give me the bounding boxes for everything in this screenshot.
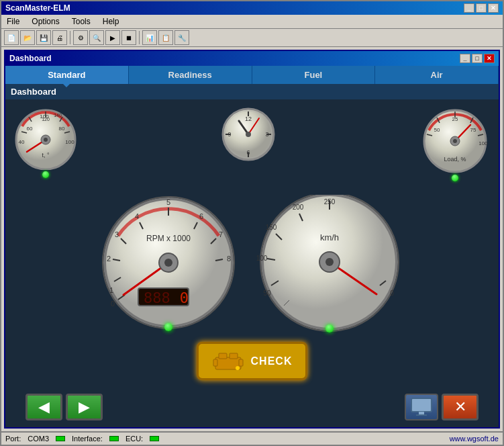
svg-text:0: 0 (110, 300, 114, 308)
svg-text:6: 6 (246, 149, 250, 156)
svg-text:5: 5 (166, 198, 170, 206)
svg-text:RPM x 1000: RPM x 1000 (146, 234, 190, 243)
ecu-label: ECU: (125, 435, 143, 443)
menu-file[interactable]: File (4, 16, 22, 27)
ecu-led (150, 436, 159, 441)
clock-gauge-container: 12 3 6 9 (220, 106, 277, 163)
svg-point-15 (44, 138, 48, 142)
bottom-buttons-row: ◀ ▶ ✕ (12, 394, 492, 420)
svg-text:60: 60 (27, 126, 33, 132)
tb-btn-3[interactable]: 💾 (36, 30, 51, 45)
svg-text:4: 4 (134, 212, 138, 220)
load-gauge-container: 25 50 75 100 Load, % (418, 106, 492, 181)
svg-text:75: 75 (470, 127, 476, 133)
close-x-icon: ✕ (454, 398, 466, 416)
tb-btn-9[interactable]: 📊 (142, 30, 157, 45)
app-close-btn[interactable]: ✕ (488, 3, 499, 13)
svg-text:25: 25 (452, 116, 458, 122)
svg-text:t, °: t, ° (42, 152, 50, 159)
svg-text:100: 100 (478, 140, 488, 146)
svg-text:1: 1 (109, 286, 113, 294)
menu-help[interactable]: Help (100, 16, 122, 27)
menu-options[interactable]: Options (29, 16, 62, 27)
tab-readiness[interactable]: Readiness (129, 66, 252, 84)
svg-text:100: 100 (256, 255, 267, 262)
tab-fuel[interactable]: Fuel (252, 66, 376, 84)
svg-text:8: 8 (226, 255, 230, 263)
tb-btn-1[interactable]: 📄 (4, 30, 19, 45)
monitor-button[interactable] (405, 394, 438, 420)
section-label: Dashboard (5, 84, 499, 99)
app-win-buttons: _ □ ✕ (464, 3, 499, 13)
dashboard-content: 60 40 80 100 100 120 140 t, ° (5, 99, 499, 427)
tb-btn-11[interactable]: 🔧 (174, 30, 189, 45)
app-minimize-btn[interactable]: _ (464, 3, 474, 13)
temp-gauge-container: 60 40 80 100 100 120 140 t, ° (12, 106, 79, 178)
dashboard-window: Dashboard _ □ ✕ Standard Readiness Fuel … (4, 50, 500, 429)
close-button[interactable]: ✕ (442, 394, 478, 420)
port-label: Port: (5, 435, 21, 443)
tb-btn-5[interactable]: ⚙ (73, 30, 88, 45)
app-window: ScanMaster-ELM _ □ ✕ File Options Tools … (0, 0, 504, 446)
svg-rect-94 (239, 359, 243, 366)
speedometer-svg: 50 100 150 200 250 0 km/ (252, 195, 407, 332)
svg-rect-91 (219, 353, 227, 359)
svg-text:140: 140 (54, 113, 62, 118)
dash-maximize-btn[interactable]: □ (472, 54, 483, 63)
status-bar: Port: COM3 Interface: ECU: www.wgsoft.de (1, 431, 503, 445)
svg-point-42 (453, 139, 457, 143)
dash-minimize-btn[interactable]: _ (460, 54, 470, 63)
tab-standard[interactable]: Standard (5, 66, 129, 84)
svg-text:0: 0 (179, 289, 188, 306)
nav-buttons: ◀ ▶ (26, 394, 103, 420)
svg-text:80: 80 (59, 126, 65, 132)
tb-btn-7[interactable]: ▶ (105, 30, 120, 45)
website-label: www.wgsoft.de (450, 435, 499, 443)
temp-gauge-svg: 60 40 80 100 100 120 140 t, ° (12, 106, 79, 170)
app-maximize-btn[interactable]: □ (476, 3, 487, 13)
menu-tools[interactable]: Tools (69, 16, 93, 27)
svg-point-29 (246, 132, 251, 137)
app-title: ScanMaster-ELM (5, 3, 70, 13)
back-button[interactable]: ◀ (26, 394, 62, 420)
load-gauge-svg: 25 50 75 100 Load, % (418, 106, 492, 173)
check-label: CHECK (251, 355, 293, 367)
speedometer-container: 50 100 150 200 250 0 km/ (252, 195, 407, 332)
port-value: COM3 (28, 435, 49, 443)
svg-text:120: 120 (42, 117, 50, 122)
interface-label: Interface: (72, 435, 103, 443)
tb-btn-4[interactable]: 🖨 (52, 30, 67, 45)
tab-air[interactable]: Air (375, 66, 499, 84)
forward-button[interactable]: ▶ (66, 394, 103, 420)
back-arrow-icon: ◀ (38, 398, 50, 416)
svg-text:2: 2 (106, 255, 110, 263)
svg-text:100: 100 (65, 139, 74, 145)
svg-point-95 (236, 366, 240, 370)
tb-btn-6[interactable]: 🔍 (89, 30, 104, 45)
temp-led (42, 171, 49, 178)
app-title-bar: ScanMaster-ELM _ □ ✕ (1, 1, 503, 15)
svg-point-89 (325, 258, 334, 266)
port-led (56, 436, 65, 441)
svg-text:12: 12 (245, 116, 252, 122)
svg-text:Load, %: Load, % (444, 156, 466, 163)
menu-bar: File Options Tools Help (1, 15, 503, 29)
svg-text:888: 888 (144, 289, 170, 306)
dash-win-buttons: _ □ ✕ (460, 54, 495, 63)
tb-btn-8[interactable]: ⏹ (121, 30, 136, 45)
tacho-led (164, 323, 172, 331)
svg-rect-93 (213, 359, 217, 366)
svg-text:9: 9 (228, 131, 231, 138)
load-led (452, 175, 458, 181)
svg-rect-98 (416, 414, 427, 416)
svg-text:250: 250 (323, 198, 335, 206)
svg-point-70 (164, 259, 172, 267)
dashboard-title-bar: Dashboard _ □ ✕ (5, 51, 499, 66)
gauges-top-row: 60 40 80 100 100 120 140 t, ° (12, 106, 492, 181)
dash-close-btn[interactable]: ✕ (484, 54, 495, 63)
check-engine-row: CHECK (12, 342, 492, 380)
svg-rect-97 (419, 412, 424, 414)
svg-rect-92 (230, 353, 238, 359)
tb-btn-2[interactable]: 📂 (20, 30, 35, 45)
tb-btn-10[interactable]: 📋 (158, 30, 173, 45)
